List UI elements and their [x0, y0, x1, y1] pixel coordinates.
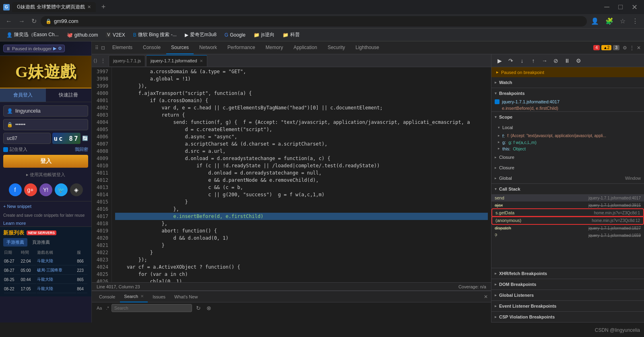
bottom-tab-whatsnew[interactable]: What's New — [170, 291, 202, 302]
settings-icon[interactable]: ⋮ — [630, 17, 641, 25]
member-login-btn[interactable]: 會員登入 — [0, 88, 46, 102]
bottom-tab-issues[interactable]: Issues — [149, 291, 169, 302]
server-game-link[interactable]: 斗龍大陸 — [37, 259, 53, 263]
csp-violations-header[interactable]: ▸ CSP Violation Breakpoints — [491, 312, 644, 322]
yahoo-icon[interactable]: Y! — [39, 183, 52, 196]
global-listeners-header[interactable]: ▸ Global Listeners — [491, 290, 644, 300]
bookmark-eason[interactable]: 👤 陳奕迅（Eason Ch... — [3, 31, 62, 39]
close-bottom-panel-icon[interactable]: ✕ — [484, 294, 488, 300]
code-content[interactable]: a.crossDomain && (a.type = "GET", a.glob… — [112, 67, 491, 282]
bookmark-icon[interactable]: ☆ — [617, 17, 628, 25]
browser-tab-active[interactable]: G妹遊戲 全球繁體中文網頁遊戲 ✕ — [12, 2, 96, 12]
tab-memory[interactable]: Memory — [261, 41, 288, 54]
closure-header-2[interactable]: ▸ Closure — [491, 162, 644, 173]
devtools-more-icon[interactable]: ⋮ — [630, 45, 634, 51]
remember-me-check[interactable]: 記住登入 — [3, 146, 27, 152]
tab-sources[interactable]: Sources — [166, 41, 194, 54]
tab-console[interactable]: Console — [138, 41, 165, 54]
facebook-icon[interactable]: f — [9, 183, 22, 196]
close-search-icon[interactable]: ✕ — [140, 294, 144, 298]
settings-gear-icon[interactable]: ⚙ — [623, 45, 627, 51]
callstack-header[interactable]: ▾ Call Stack — [491, 184, 644, 194]
step-into-btn[interactable]: ↓ — [517, 56, 527, 66]
dom-breakpoints-header[interactable]: ▸ DOM Breakpoints — [491, 279, 644, 290]
resume-icon[interactable]: ▶ — [53, 46, 56, 51]
new-tab-button[interactable]: + — [98, 3, 109, 11]
global-scope-header[interactable]: ▸ Global Window — [491, 173, 644, 183]
tab-network[interactable]: Network — [194, 41, 222, 54]
back-button[interactable]: ← — [3, 18, 14, 25]
twitter-icon[interactable]: 🐦 — [55, 183, 68, 196]
minimize-icon[interactable]: ─ — [601, 3, 613, 11]
profile-icon[interactable]: 👤 — [588, 17, 601, 25]
regex-btn[interactable]: .* — [106, 306, 109, 310]
username-field[interactable]: 👤 lingyuncelia — [3, 105, 88, 117]
forward-button[interactable]: → — [16, 18, 27, 25]
quick-register-btn[interactable]: 快速註冊 — [46, 88, 92, 102]
server-game-link[interactable]: 斗龍大陸 — [37, 277, 53, 282]
url-bar[interactable]: 🔒 gm99.com — [41, 16, 587, 27]
local-scope-header[interactable]: ▾ Local — [491, 122, 644, 133]
xhr-breakpoints-header[interactable]: ▸ XHR/fetch Breakpoints — [491, 268, 644, 279]
bookmark-kepu[interactable]: 📁 科普 — [279, 31, 303, 39]
expand-sidebar-icon[interactable]: ⟨⟩ — [93, 58, 97, 64]
search-refresh-btn[interactable]: ↻ — [194, 304, 202, 312]
breakpoints-header[interactable]: ▾ Breakpoints — [491, 88, 644, 99]
maximize-icon[interactable]: □ — [615, 3, 626, 11]
server-game-link[interactable]: 斗龍大陸 — [37, 286, 53, 291]
deactivate-breakpoints-btn[interactable]: ⊘ — [551, 56, 561, 66]
other-social-icon[interactable]: ◈ — [70, 183, 83, 196]
close-tab-icon[interactable]: ✕ — [200, 59, 203, 63]
search-clear-btn[interactable]: ⊗ — [205, 304, 213, 312]
google-plus-icon[interactable]: g+ — [24, 183, 37, 196]
tab-performance[interactable]: Performance — [223, 41, 260, 54]
step-out-btn[interactable]: ↑ — [528, 56, 538, 66]
hand-game-tab[interactable]: 手游推薦 — [3, 238, 27, 247]
login-button[interactable]: 登入 — [3, 155, 88, 168]
step-over-icon[interactable]: ⚙ — [58, 46, 62, 51]
callstack-dispatch[interactable]: dispatch jquery-1.7.1.jsformatted:1827 — [491, 224, 644, 232]
refresh-button[interactable]: ↻ — [29, 17, 39, 25]
settings-debug-btn[interactable]: ⚙ — [574, 56, 583, 66]
scope-header[interactable]: ▾ Scope — [491, 112, 644, 122]
callstack-anonymous[interactable]: (anonymous) home.min.js?v=Z3Qc8d:12 — [492, 217, 643, 224]
bottom-tab-search[interactable]: Search ✕ — [120, 291, 148, 302]
callstack-send[interactable]: send jquery-1.7.1.jsformatted:4017 — [491, 194, 644, 201]
tab-lighthouse[interactable]: Lighthouse — [351, 41, 384, 54]
search-input[interactable] — [111, 304, 192, 312]
tab-application[interactable]: Application — [289, 41, 322, 54]
case-sensitive-btn[interactable]: Aa — [95, 306, 103, 310]
extension-icon[interactable]: 🧩 — [603, 17, 616, 25]
learn-more-link[interactable]: Learn more — [0, 220, 91, 226]
bookmark-iqiyi[interactable]: ▶ 爱奇艺m3u8 — [182, 31, 220, 39]
bookmark-v2ex[interactable]: V V2EX — [103, 31, 128, 39]
bookmark-jsreverse[interactable]: 📁 js逆向 — [250, 31, 278, 39]
devtools-toggle-icon[interactable]: ⠿ — [95, 45, 99, 51]
dont-pause-btn[interactable]: ⏸ — [562, 56, 572, 66]
server-game-link[interactable]: 破局·三国终章 — [37, 268, 62, 272]
captcha-input[interactable]: uc87 — [3, 133, 51, 144]
source-tab-jquery[interactable]: jquery-1.7.1.js — [109, 55, 145, 66]
watch-header[interactable]: ▸ Watch — [491, 77, 644, 88]
bookmark-bing[interactable]: B 微软 Bing 搜索 -... — [130, 31, 180, 39]
new-snippet-btn[interactable]: + New snippet — [0, 201, 91, 211]
page-game-tab[interactable]: 頁游推薦 — [29, 238, 53, 247]
step-over-btn[interactable]: ↷ — [506, 56, 516, 66]
devtools-close-icon[interactable]: ✕ — [637, 45, 641, 51]
password-field[interactable]: 🔒 •••••• — [3, 119, 88, 130]
sources-menu-icon[interactable]: ⋮ — [101, 58, 105, 64]
tab-security[interactable]: Security — [323, 41, 350, 54]
closure-header-1[interactable]: ▸ Closure — [491, 152, 644, 162]
close-window-icon[interactable]: ✕ — [628, 3, 641, 12]
bookmark-google[interactable]: G Google — [221, 31, 249, 39]
refresh-captcha-icon[interactable]: 🔄 — [82, 136, 88, 141]
callstack-unknown[interactable]: ? jquery-1.7.1.jsformatted:1659 — [491, 232, 644, 239]
breakpoint-checkbox[interactable] — [495, 99, 500, 104]
event-listener-header[interactable]: ▸ Event Listener Breakpoints — [491, 301, 644, 311]
bottom-tab-console[interactable]: Console — [95, 291, 119, 302]
step-btn[interactable]: → — [540, 56, 549, 66]
tab-elements[interactable]: Elements — [107, 41, 137, 54]
source-tab-jquery-formatted[interactable]: jquery-1.7.1.jsformatted ✕ — [146, 55, 207, 66]
devtools-cursor-icon[interactable]: ⊡ — [101, 45, 105, 51]
bookmark-github[interactable]: 🐙 github.com — [64, 31, 101, 39]
